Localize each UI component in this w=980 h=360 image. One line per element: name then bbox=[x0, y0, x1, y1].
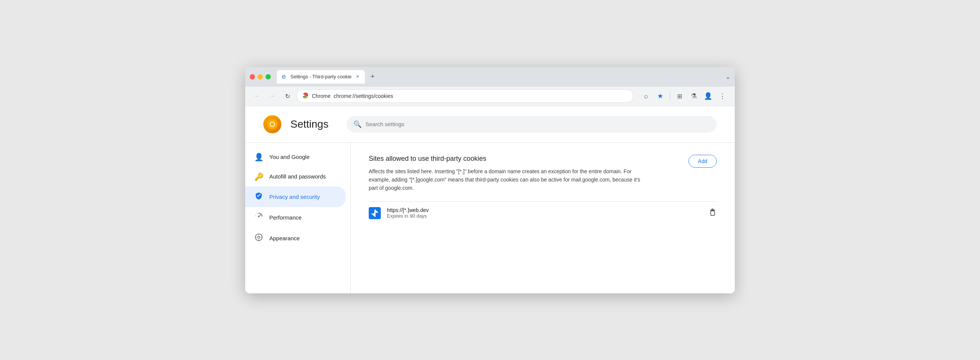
profile-button[interactable]: 👤 bbox=[702, 90, 714, 102]
back-icon: ← bbox=[254, 92, 260, 99]
sidebar-item-you-and-google[interactable]: 👤 You and Google bbox=[245, 147, 346, 167]
window-controls-right: ⌄ bbox=[725, 73, 730, 80]
forward-icon: → bbox=[269, 92, 275, 99]
delete-cookie-button[interactable] bbox=[708, 208, 717, 218]
settings-body: 👤 You and Google 🔑 Autofill and password… bbox=[245, 143, 735, 293]
cookie-details: https://[*.]web.dev Expires in 90 days bbox=[387, 207, 702, 219]
bookmark-icon: ★ bbox=[657, 92, 663, 100]
browser-window: ⚙ Settings - Third-party cookie ✕ + ⌄ ← … bbox=[245, 67, 735, 293]
section-header-row: Sites allowed to use third-party cookies… bbox=[369, 155, 717, 193]
add-button[interactable]: Add bbox=[689, 155, 717, 167]
section-desc: Affects the sites listed here. Inserting… bbox=[369, 167, 648, 193]
person-icon: 👤 bbox=[254, 153, 263, 162]
chrome-logo-icon bbox=[302, 92, 309, 99]
profile-icon: 👤 bbox=[704, 92, 712, 100]
main-content: Sites allowed to use third-party cookies… bbox=[351, 143, 735, 293]
back-button[interactable]: ← bbox=[251, 90, 263, 102]
settings-header: Settings 🔍 Search settings bbox=[245, 106, 735, 143]
cookie-favicon bbox=[369, 207, 381, 219]
svg-point-3 bbox=[270, 123, 274, 126]
new-tab-button[interactable]: + bbox=[367, 72, 378, 82]
search-icon: 🔍 bbox=[353, 120, 361, 128]
title-bar: ⚙ Settings - Third-party cookie ✕ + ⌄ bbox=[245, 67, 735, 87]
address-url: chrome://settings/cookies bbox=[334, 93, 393, 99]
settings-logo bbox=[263, 115, 282, 133]
toolbar-divider bbox=[670, 91, 670, 100]
active-tab[interactable]: ⚙ Settings - Third-party cookie ✕ bbox=[277, 70, 365, 84]
forward-button[interactable]: → bbox=[266, 90, 278, 102]
performance-icon bbox=[254, 212, 263, 223]
settings-layout: Settings 🔍 Search settings 👤 You and Goo… bbox=[245, 106, 735, 293]
page-title: Settings bbox=[290, 118, 328, 130]
sidebar-item-privacy[interactable]: Privacy and security bbox=[245, 186, 346, 207]
tab-bar: ⚙ Settings - Third-party cookie ✕ + bbox=[277, 70, 722, 84]
search-bar-wrap: 🔍 Search settings bbox=[347, 116, 717, 132]
toolbar: ← → ↻ Chrome chrome://settings/cookies ⌕… bbox=[245, 87, 735, 106]
sidebar-label-performance: Performance bbox=[269, 214, 302, 221]
svg-rect-14 bbox=[711, 211, 714, 215]
zoom-button[interactable]: ⌕ bbox=[640, 90, 652, 102]
section-info: Sites allowed to use third-party cookies… bbox=[369, 155, 689, 193]
svg-point-0 bbox=[304, 95, 307, 97]
close-button[interactable] bbox=[250, 74, 255, 80]
menu-button[interactable]: ⋮ bbox=[716, 90, 729, 102]
svg-point-7 bbox=[258, 236, 260, 238]
search-placeholder: Search settings bbox=[365, 121, 404, 127]
sidebar-label-appearance: Appearance bbox=[269, 235, 300, 241]
lab-icon: ⚗ bbox=[691, 92, 697, 100]
appearance-icon bbox=[254, 233, 263, 243]
cookie-expires: Expires in 90 days bbox=[387, 213, 702, 219]
sidebar-label-autofill: Autofill and passwords bbox=[269, 173, 326, 180]
reload-button[interactable]: ↻ bbox=[282, 90, 293, 102]
chrome-label: Chrome bbox=[312, 93, 331, 99]
tab-close-button[interactable]: ✕ bbox=[355, 74, 360, 80]
svg-rect-16 bbox=[712, 209, 713, 210]
minimize-button[interactable] bbox=[258, 74, 263, 80]
svg-point-5 bbox=[258, 216, 259, 217]
sidebar-item-performance[interactable]: Performance bbox=[245, 207, 346, 228]
maximize-button[interactable] bbox=[266, 74, 271, 80]
shield-icon bbox=[254, 192, 263, 202]
bookmark-button[interactable]: ★ bbox=[654, 90, 667, 102]
cookie-url: https://[*.]web.dev bbox=[387, 207, 702, 213]
sidebar-item-autofill[interactable]: 🔑 Autofill and passwords bbox=[245, 167, 346, 186]
google-logo-icon bbox=[266, 118, 278, 130]
toolbar-actions: ⌕ ★ ⊞ ⚗ 👤 ⋮ bbox=[640, 90, 729, 102]
reload-icon: ↻ bbox=[285, 92, 290, 100]
search-bar[interactable]: 🔍 Search settings bbox=[347, 116, 717, 132]
trash-icon bbox=[708, 208, 717, 216]
key-icon: 🔑 bbox=[254, 172, 263, 181]
extensions-button[interactable]: ⊞ bbox=[673, 90, 686, 102]
tab-favicon-icon: ⚙ bbox=[282, 74, 287, 80]
sidebar-label-privacy: Privacy and security bbox=[269, 194, 320, 200]
sidebar: 👤 You and Google 🔑 Autofill and password… bbox=[245, 143, 351, 293]
address-bar[interactable]: Chrome chrome://settings/cookies bbox=[296, 89, 633, 103]
sidebar-item-appearance[interactable]: Appearance bbox=[245, 228, 346, 248]
cookie-entry: https://[*.]web.dev Expires in 90 days bbox=[369, 201, 717, 225]
tab-title: Settings - Third-party cookie bbox=[290, 74, 352, 80]
section-title: Sites allowed to use third-party cookies bbox=[369, 155, 689, 162]
site-favicon-icon bbox=[369, 207, 381, 219]
zoom-icon: ⌕ bbox=[644, 92, 648, 100]
sidebar-label-you-and-google: You and Google bbox=[269, 154, 310, 160]
menu-icon: ⋮ bbox=[719, 92, 726, 100]
extensions-icon: ⊞ bbox=[677, 92, 682, 100]
traffic-lights bbox=[250, 74, 271, 80]
lab-button[interactable]: ⚗ bbox=[687, 90, 700, 102]
